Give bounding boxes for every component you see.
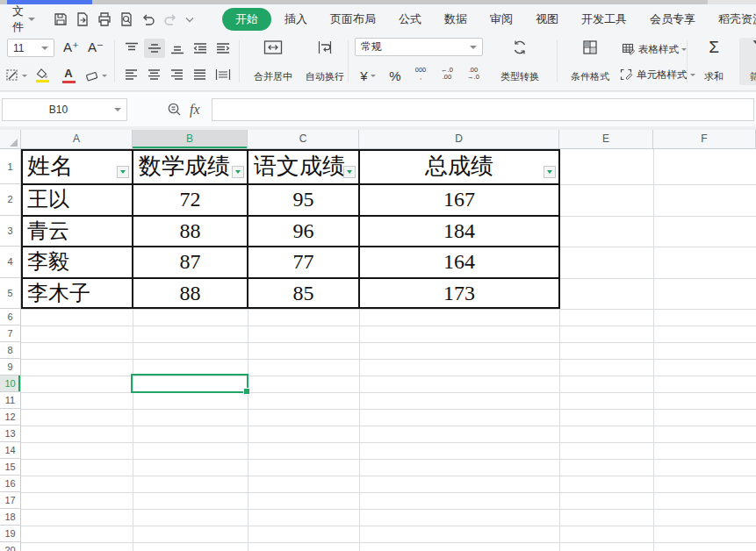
filter-dropdown-姓名[interactable] bbox=[117, 166, 129, 178]
wrap-text-button[interactable]: 自动换行 bbox=[303, 38, 347, 85]
column-header-E[interactable]: E bbox=[559, 130, 653, 148]
row-header-6[interactable]: 6 bbox=[0, 309, 21, 326]
row-header-2[interactable]: 2 bbox=[0, 184, 21, 216]
row-header-18[interactable]: 18 bbox=[0, 509, 21, 526]
menu-tab-4[interactable]: 公式 bbox=[387, 8, 433, 31]
row-header-14[interactable]: 14 bbox=[0, 442, 21, 459]
type-convert-button[interactable]: 类型转换 bbox=[488, 38, 551, 85]
menu-tab-9[interactable]: 会员专享 bbox=[638, 8, 707, 31]
align-left-button[interactable] bbox=[121, 65, 142, 84]
gridline-vertical bbox=[653, 149, 654, 551]
print-button[interactable] bbox=[97, 9, 112, 30]
table-style-button[interactable]: 表格样式 bbox=[622, 41, 687, 57]
fill-color-button[interactable] bbox=[30, 66, 54, 85]
row-header-11[interactable]: 11 bbox=[0, 392, 21, 409]
conditional-format-icon bbox=[582, 39, 598, 55]
font-color-button[interactable]: A bbox=[56, 65, 81, 86]
more-commands-button[interactable] bbox=[184, 9, 195, 30]
row-header-4[interactable]: 4 bbox=[0, 247, 21, 278]
save-button[interactable] bbox=[53, 9, 68, 30]
column-header-B[interactable]: B bbox=[133, 130, 248, 148]
currency-format-button[interactable]: ¥ bbox=[355, 66, 381, 85]
row-header-1[interactable]: 1 bbox=[0, 149, 21, 184]
file-menu[interactable]: 文件 bbox=[12, 4, 24, 35]
row-header-3[interactable]: 3 bbox=[0, 216, 21, 247]
table-header-cell-语文成绩: 语文成绩 bbox=[251, 149, 356, 184]
menu-tab-3[interactable]: 页面布局 bbox=[319, 8, 387, 31]
data-cell-r4cC: 77 bbox=[251, 247, 356, 278]
percent-format-button[interactable]: % bbox=[385, 66, 406, 85]
font-color-swatch bbox=[62, 81, 76, 83]
gridline-horizontal bbox=[21, 442, 756, 443]
thousand-separator-button[interactable]: 000 , bbox=[409, 67, 432, 81]
increase-decimal-button[interactable]: ←.0 .00 bbox=[436, 67, 458, 81]
font-size-combo[interactable]: 11 bbox=[7, 39, 54, 57]
selected-cell-B10[interactable] bbox=[131, 374, 248, 393]
autosum-button[interactable]: Σ 求和 bbox=[694, 38, 734, 85]
filter-dropdown-语文成绩[interactable] bbox=[343, 166, 356, 178]
align-middle-button[interactable] bbox=[144, 39, 165, 58]
file-menu-chevron-icon[interactable] bbox=[28, 18, 35, 21]
row-header-5[interactable]: 5 bbox=[0, 278, 21, 310]
export-icon bbox=[75, 11, 90, 27]
row-header-20[interactable]: 20 bbox=[0, 542, 21, 551]
filter-arrow-icon bbox=[120, 170, 126, 174]
conditional-format-button[interactable]: 条件格式 bbox=[562, 38, 618, 85]
menu-tab-7[interactable]: 视图 bbox=[524, 8, 570, 31]
column-header-A[interactable]: A bbox=[21, 130, 133, 148]
row-header-12[interactable]: 12 bbox=[0, 409, 21, 426]
number-format-combo[interactable]: 常规 bbox=[355, 38, 483, 56]
row-header-15[interactable]: 15 bbox=[0, 459, 21, 476]
name-box[interactable]: B10 bbox=[2, 98, 127, 121]
row-header-19[interactable]: 19 bbox=[0, 526, 21, 542]
decrease-decimal-button[interactable]: .00 →.0 bbox=[462, 67, 485, 81]
menu-tab-2[interactable]: 插入 bbox=[273, 8, 319, 31]
print-icon bbox=[97, 11, 112, 27]
fill-handle[interactable] bbox=[243, 388, 250, 395]
align-center-button[interactable] bbox=[144, 65, 165, 84]
row-header-17[interactable]: 17 bbox=[0, 492, 21, 509]
cell-style-button[interactable]: 单元格样式 bbox=[620, 67, 695, 82]
justify-button[interactable] bbox=[190, 65, 211, 84]
menu-tab-5[interactable]: 数据 bbox=[433, 8, 479, 31]
borders-button[interactable] bbox=[4, 66, 28, 85]
decrease-font-button[interactable]: A⁻ bbox=[84, 38, 107, 57]
menu-tab-1[interactable]: 开始 bbox=[222, 8, 271, 31]
row-header-13[interactable]: 13 bbox=[0, 426, 21, 442]
filter-dropdown-总成绩[interactable] bbox=[544, 166, 556, 178]
table-style-label: 表格样式 bbox=[638, 43, 679, 56]
merge-center-label: 合并居中 bbox=[254, 70, 292, 83]
filter-button[interactable]: 筛选 bbox=[739, 38, 756, 85]
align-right-button[interactable] bbox=[167, 65, 188, 84]
distribute-text-button[interactable] bbox=[212, 65, 234, 84]
redo-button[interactable] bbox=[162, 9, 178, 30]
insert-function-button[interactable] bbox=[167, 102, 183, 118]
decrease-indent-button[interactable] bbox=[190, 39, 211, 58]
row-header-16[interactable]: 16 bbox=[0, 476, 21, 492]
row-header-8[interactable]: 8 bbox=[0, 342, 21, 359]
formula-input[interactable] bbox=[212, 98, 754, 121]
align-top-button[interactable] bbox=[121, 39, 142, 58]
menu-tab-6[interactable]: 审阅 bbox=[479, 8, 524, 31]
column-header-C[interactable]: C bbox=[248, 130, 359, 148]
row-header-9[interactable]: 9 bbox=[0, 359, 21, 376]
undo-button[interactable] bbox=[140, 9, 156, 30]
menu-tab-10[interactable]: 稻壳资源 bbox=[707, 8, 756, 31]
menu-tab-8[interactable]: 开发工具 bbox=[570, 8, 638, 31]
increase-font-button[interactable]: A⁺ bbox=[60, 38, 83, 57]
print-preview-button[interactable] bbox=[119, 9, 134, 30]
filter-dropdown-数学成绩[interactable] bbox=[232, 166, 244, 178]
currency-icon: ¥ bbox=[360, 68, 367, 83]
select-all-corner[interactable] bbox=[0, 130, 21, 148]
row-header-7[interactable]: 7 bbox=[0, 326, 21, 342]
increase-indent-button[interactable] bbox=[212, 39, 234, 58]
data-cell-r4cA: 李毅 bbox=[25, 247, 129, 278]
column-header-D[interactable]: D bbox=[359, 130, 559, 148]
column-header-F[interactable]: F bbox=[653, 130, 756, 148]
align-bottom-button[interactable] bbox=[167, 39, 188, 58]
eraser-button[interactable] bbox=[83, 66, 109, 85]
percent-icon: % bbox=[389, 68, 400, 83]
export-button[interactable] bbox=[75, 9, 90, 30]
merge-center-button[interactable]: 合并居中 bbox=[247, 38, 299, 85]
row-header-10[interactable]: 10 bbox=[0, 376, 21, 392]
